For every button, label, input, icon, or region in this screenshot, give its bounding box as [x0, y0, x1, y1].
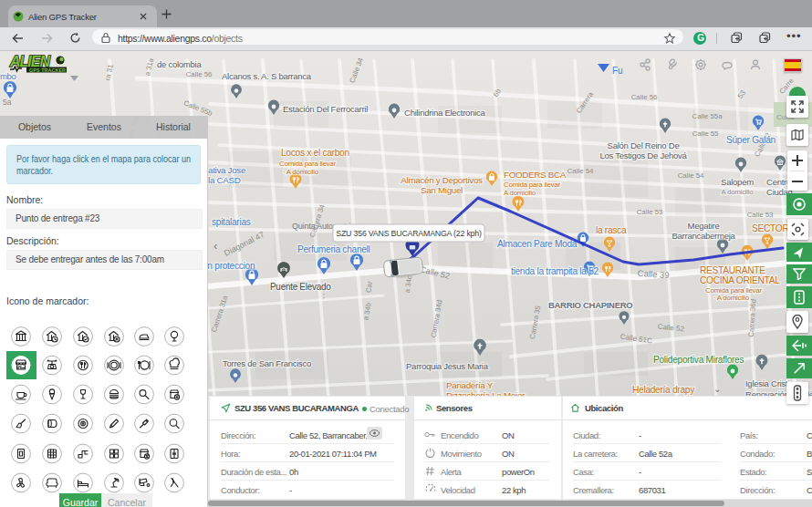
svg-text:Los Testigos De Jehová: Los Testigos De Jehová: [599, 150, 687, 160]
svg-text:Parroquia Jesus Maria: Parroquia Jesus Maria: [406, 361, 489, 371]
svg-text:Megatire: Megatire: [688, 221, 720, 231]
svg-text:Panadería Y: Panadería Y: [446, 380, 494, 390]
svg-text:5a: 5a: [3, 98, 12, 107]
svg-text:Barrancabermeja: Barrancabermeja: [671, 231, 735, 241]
svg-text:Calle 54: Calle 54: [567, 167, 594, 175]
svg-text:San Miguel: San Miguel: [421, 185, 463, 195]
svg-text:A domicilio: A domicilio: [504, 189, 536, 197]
svg-text:· A domicilio: · A domicilio: [283, 168, 319, 176]
svg-text:la rasca: la rasca: [596, 225, 627, 235]
svg-text:Comida para llevar: Comida para llevar: [504, 181, 560, 189]
svg-text:Perfumeria chanell: Perfumeria chanell: [297, 244, 370, 254]
svg-text:· A domicilio: · A domicilio: [713, 294, 750, 302]
svg-text:Chilindrina Electronica: Chilindrina Electronica: [404, 108, 486, 118]
svg-text:Calle 53: Calle 53: [747, 211, 774, 219]
svg-text:tienda la trampita la 52: tienda la trampita la 52: [511, 266, 599, 276]
svg-text:Alcanos s. A. S barranca: Alcanos s. A. S barranca: [222, 71, 312, 81]
svg-text:la CASD: la CASD: [208, 175, 241, 185]
svg-text:Calle 53: Calle 53: [637, 208, 663, 216]
svg-text:Torres de San Francisco: Torres de San Francisco: [223, 358, 311, 368]
svg-text:Calle 54: Calle 54: [678, 171, 704, 180]
svg-text:Estación Del Ferrocarril: Estación Del Ferrocarril: [283, 104, 368, 114]
svg-text:Salopem: Salopem: [721, 177, 754, 187]
svg-text:FOODERS BCA: FOODERS BCA: [504, 170, 567, 180]
svg-text:COCINA ORIENTAL: COCINA ORIENTAL: [700, 275, 780, 285]
svg-text:Almacén y Deportivos: Almacén y Deportivos: [401, 175, 483, 185]
svg-text:Calle 55a: Calle 55a: [692, 112, 724, 120]
svg-text:⌄: ⌄: [713, 384, 721, 394]
svg-text:un proteccion: un proteccion: [203, 261, 255, 271]
svg-text:Almacen Pare Moda: Almacen Pare Moda: [497, 239, 578, 249]
svg-text:Calle 55: Calle 55: [692, 129, 719, 138]
svg-text:Calle 56: Calle 56: [186, 70, 213, 78]
svg-text:Súper Galán: Súper Galán: [726, 135, 776, 145]
svg-text:BARRIO CHAPINERO: BARRIO CHAPINERO: [548, 300, 632, 310]
svg-text:SZU 356 VANS BUCARAMANGA (22 k: SZU 356 VANS BUCARAMANGA (22 kph): [336, 229, 482, 238]
svg-text:Salón Del Reino De: Salón Del Reino De: [608, 140, 680, 150]
svg-text:‹: ‹: [213, 239, 217, 253]
svg-text:spitalarias: spitalarias: [212, 217, 251, 227]
svg-text:Locos x el carbon: Locos x el carbon: [281, 148, 349, 158]
svg-text:Calle 56: Calle 56: [631, 93, 658, 101]
svg-text:Polideportiva Miraflores: Polideportiva Miraflores: [653, 355, 744, 365]
svg-text:RESTAURANTE: RESTAURANTE: [700, 265, 765, 275]
svg-text:ativa Jose: ativa Jose: [208, 165, 246, 175]
svg-text:A domicilio: A domicilio: [722, 188, 755, 196]
svg-text:GPS TRACKER: GPS TRACKER: [29, 67, 66, 73]
svg-text:Car: Car: [364, 280, 374, 293]
svg-text:Comida para llevar: Comida para llevar: [279, 160, 336, 168]
svg-text:Fu: Fu: [612, 66, 623, 76]
svg-text:Heladería drapy: Heladería drapy: [632, 385, 695, 395]
svg-text:de colombia: de colombia: [157, 59, 202, 69]
svg-text:Puente Elevado: Puente Elevado: [270, 282, 331, 292]
